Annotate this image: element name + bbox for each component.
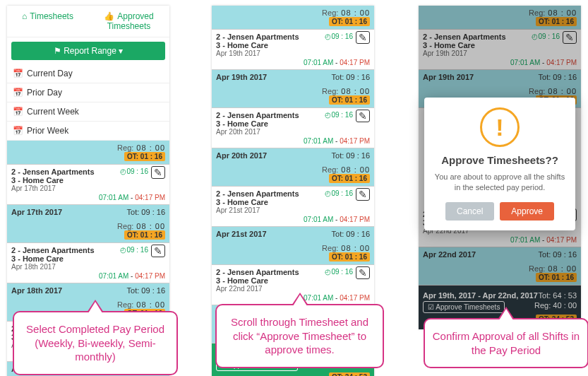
edit-icon[interactable]: ✎ [356, 188, 370, 201]
menu-prior-day[interactable]: 📅Prior Day [7, 83, 169, 102]
menu-current-day[interactable]: 📅Current Day [7, 64, 169, 83]
edit-icon[interactable]: ✎ [356, 31, 370, 44]
caret-down-icon: ▾ [119, 46, 123, 56]
shift-card[interactable]: 2 - Jensen Apartments3 - Home CareApr 19… [212, 30, 374, 70]
calendar-icon: 📅 [13, 88, 23, 98]
clock-icon: ◴09 : 16 [325, 268, 353, 276]
date-header: Apr 21st 2017Tot: 09 : 16 [212, 227, 374, 241]
edit-icon[interactable]: ✎ [151, 166, 165, 179]
flag-icon: ⚑ [54, 46, 61, 56]
warning-icon: ! [480, 107, 520, 147]
clock-icon: ◴09 : 16 [120, 246, 148, 254]
tab-bar: ⌂Timesheets 👍Approved Timesheets [7, 6, 169, 37]
date-header: Apr 20th 2017Tot: 09 : 16 [212, 148, 374, 163]
shift-card[interactable]: 2 - Jensen Apartments3 - Home CareApr 20… [212, 108, 374, 148]
shift-card[interactable]: 2 - Jensen Apartments3 - Home CareApr 18… [7, 243, 169, 283]
shift-card[interactable]: 2 - Jensen Apartments 3 - Home Care Apr … [7, 165, 169, 205]
edit-icon[interactable]: ✎ [151, 245, 165, 257]
clock-icon: ◴09 : 16 [325, 33, 353, 40]
tab-timesheets[interactable]: ⌂Timesheets [7, 6, 88, 37]
screenshot-3: Reg: 08 : 00OT: 01 : 16 2 - Jensen Apart… [419, 6, 581, 329]
day-summary: Reg: 08 : 00OT: 01 : 16 [212, 6, 374, 30]
thumb-icon: 👍 [104, 11, 114, 21]
date-header: Apr 17th 2017Tot: 09 : 16 [7, 205, 169, 219]
approve-button[interactable]: Approve [500, 202, 554, 221]
calendar-icon: 📅 [13, 69, 23, 78]
day-summary: Reg: 08 : 00OT: 01 : 16 [212, 163, 374, 187]
report-range-button[interactable]: ⚑ Report Range ▾ [11, 42, 165, 60]
day-summary: Reg: 08 : 00OT: 01 : 16 [212, 241, 374, 265]
clock-icon: ◴09 : 16 [120, 168, 148, 175]
home-icon: ⌂ [22, 11, 27, 21]
approve-confirm-modal: ! Approve Timesheets?? You are about to … [424, 98, 575, 230]
cancel-button[interactable]: Cancel [445, 202, 494, 221]
modal-title: Approve Timesheets?? [434, 154, 565, 166]
day-summary: Reg: 08 : 00OT: 01 : 16 [7, 219, 169, 243]
modal-body: You are about to approve all the shifts … [434, 172, 565, 194]
date-header: Apr 18th 2017Tot: 09 : 16 [7, 283, 169, 298]
tab-approved[interactable]: 👍Approved Timesheets [88, 6, 169, 37]
day-summary: Reg: 08 : 00 OT: 01 : 16 [7, 141, 169, 165]
callout-3: Confirm Approval of all Shifts in the Pa… [424, 318, 588, 368]
clock-icon: ◴09 : 16 [325, 189, 353, 197]
edit-icon[interactable]: ✎ [356, 110, 370, 122]
callout-2: Scroll through Timesheet and click “Appr… [215, 304, 384, 368]
menu-current-week[interactable]: 📅Current Week [7, 102, 169, 122]
clock-icon: ◴09 : 16 [325, 111, 353, 119]
menu-prior-week[interactable]: 📅Prior Week [7, 122, 169, 141]
calendar-icon: 📅 [13, 107, 23, 117]
shift-card[interactable]: 2 - Jensen Apartments3 - Home CareApr 21… [212, 187, 374, 227]
day-summary: Reg: 08 : 00OT: 01 : 16 [212, 84, 374, 108]
calendar-icon: 📅 [13, 126, 23, 136]
callout-1: Select Completed Pay Period (Weekly, Bi-… [13, 311, 178, 375]
date-header: Apr 19th 2017Tot: 09 : 16 [212, 70, 374, 84]
edit-icon[interactable]: ✎ [356, 266, 370, 279]
